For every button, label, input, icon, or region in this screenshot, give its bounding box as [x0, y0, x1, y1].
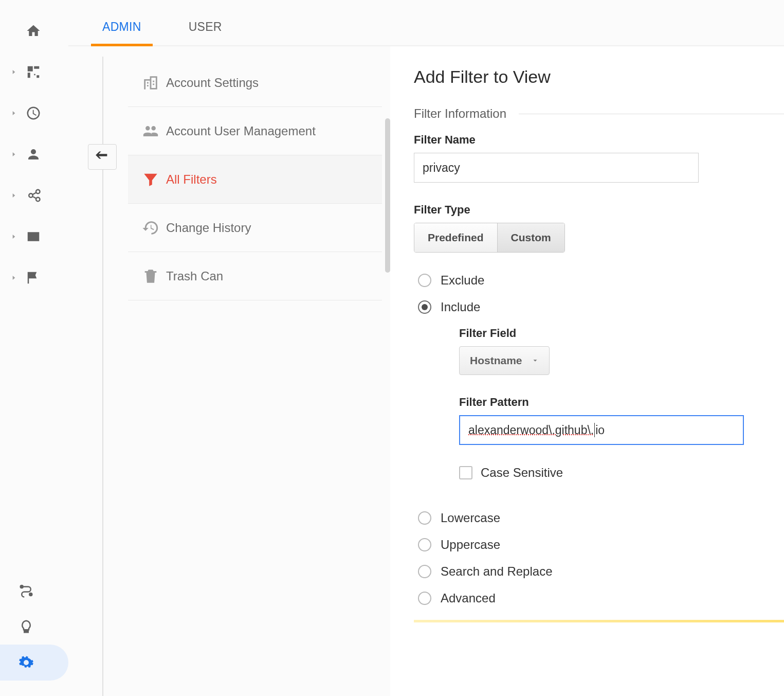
- nav-change-history[interactable]: Change History: [128, 204, 382, 252]
- back-arrow-icon: [95, 151, 110, 163]
- discover-nav-item[interactable]: [0, 609, 68, 645]
- filter-type-segmented: Predefined Custom: [414, 223, 565, 253]
- customization-nav-item[interactable]: [0, 51, 68, 93]
- caret-right-icon: [10, 151, 17, 158]
- radio-label: Exclude: [441, 273, 484, 288]
- building-icon: [142, 74, 159, 92]
- filter-pattern-suffix: io: [595, 423, 605, 437]
- admin-nav-column: Account Settings Account User Management…: [128, 46, 390, 696]
- radio-icon: [418, 511, 431, 525]
- back-button[interactable]: [88, 144, 117, 170]
- acquisition-nav-item[interactable]: [0, 175, 68, 216]
- section-filter-information: Filter Information: [414, 106, 784, 121]
- clock-icon: [26, 105, 41, 121]
- rail-bottom-group: [0, 573, 68, 696]
- tab-bar: ADMIN USER: [68, 0, 784, 46]
- filter-field-dropdown[interactable]: Hostname: [459, 346, 550, 375]
- realtime-nav-item[interactable]: [0, 93, 68, 134]
- nav-label: Trash Can: [166, 269, 223, 283]
- radio-label: Include: [441, 300, 480, 314]
- filter-pattern-value: alexanderwood\.github\.: [468, 423, 594, 437]
- tab-user[interactable]: USER: [180, 6, 230, 45]
- radio-label: Uppercase: [441, 538, 500, 552]
- section-label: Filter Information: [414, 106, 506, 121]
- share-icon: [26, 188, 41, 203]
- history-icon: [142, 219, 159, 237]
- lightbulb-icon: [19, 619, 34, 634]
- checkbox-icon: [459, 466, 472, 479]
- text-cursor: [594, 423, 595, 437]
- timeline-gutter: [68, 46, 128, 696]
- dashboard-icon: [26, 64, 41, 80]
- nav-label: Account Settings: [166, 76, 259, 90]
- caret-right-icon: [10, 110, 17, 117]
- radio-label: Advanced: [441, 591, 496, 605]
- funnel-icon: [142, 171, 159, 188]
- tab-admin[interactable]: ADMIN: [94, 6, 150, 45]
- svg-point-0: [20, 585, 24, 589]
- behavior-nav-item[interactable]: [0, 216, 68, 257]
- gear-icon: [19, 655, 34, 670]
- radio-search-replace[interactable]: Search and Replace: [418, 564, 784, 579]
- case-sensitive-checkbox[interactable]: Case Sensitive: [459, 466, 784, 480]
- radio-exclude[interactable]: Exclude: [418, 273, 784, 288]
- people-icon: [142, 122, 159, 140]
- caret-right-icon: [10, 68, 17, 76]
- notice-bar: [414, 620, 784, 622]
- nav-trash-can[interactable]: Trash Can: [128, 252, 382, 300]
- person-icon: [26, 147, 41, 162]
- radio-include[interactable]: Include: [418, 300, 784, 314]
- flag-icon: [26, 270, 41, 285]
- radio-icon: [418, 592, 431, 605]
- filter-name-input[interactable]: [414, 153, 699, 183]
- home-nav-item[interactable]: [0, 10, 68, 51]
- nav-label: Account User Management: [166, 124, 316, 138]
- page-icon: [26, 229, 41, 244]
- radio-lowercase[interactable]: Lowercase: [418, 511, 784, 525]
- radio-icon: [418, 274, 431, 287]
- radio-uppercase[interactable]: Uppercase: [418, 538, 784, 552]
- filter-name-label: Filter Name: [414, 133, 784, 147]
- caret-right-icon: [10, 274, 17, 281]
- trash-icon: [142, 267, 159, 285]
- nav-user-management[interactable]: Account User Management: [128, 107, 382, 155]
- svg-point-1: [29, 593, 33, 597]
- radio-icon: [418, 538, 431, 551]
- caret-right-icon: [10, 233, 17, 240]
- conversions-nav-item[interactable]: [0, 257, 68, 298]
- audience-nav-item[interactable]: [0, 134, 68, 175]
- path-icon: [19, 583, 34, 598]
- nav-account-settings[interactable]: Account Settings: [128, 59, 382, 107]
- page-title: Add Filter to View: [414, 67, 784, 87]
- radio-icon: [418, 300, 431, 314]
- chevron-down-icon: [532, 357, 539, 364]
- filter-pattern-label: Filter Pattern: [459, 396, 784, 409]
- radio-advanced[interactable]: Advanced: [418, 591, 784, 605]
- nav-scrollbar[interactable]: [385, 118, 390, 273]
- segmented-arrow-icon: [523, 252, 536, 253]
- main-panel: ADMIN USER Account Settings Account User…: [68, 0, 784, 696]
- nav-label: Change History: [166, 221, 251, 235]
- filter-form: Add Filter to View Filter Information Fi…: [390, 46, 784, 696]
- home-icon: [26, 23, 41, 39]
- admin-nav-item[interactable]: [0, 645, 68, 681]
- checkbox-label: Case Sensitive: [481, 466, 563, 480]
- nav-all-filters[interactable]: All Filters: [128, 155, 382, 204]
- section-rule: [519, 114, 784, 114]
- dropdown-value: Hostname: [470, 354, 522, 367]
- radio-icon: [418, 565, 431, 578]
- radio-label: Lowercase: [441, 511, 500, 525]
- radio-label: Search and Replace: [441, 564, 552, 579]
- filter-pattern-input[interactable]: alexanderwood\.github\.io: [459, 415, 744, 445]
- left-nav-rail: [0, 0, 68, 696]
- caret-right-icon: [10, 192, 17, 199]
- nav-label: All Filters: [166, 172, 217, 187]
- attribution-nav-item[interactable]: [0, 573, 68, 609]
- filter-type-label: Filter Type: [414, 203, 784, 217]
- filter-type-custom[interactable]: Custom: [497, 223, 564, 252]
- filter-type-predefined[interactable]: Predefined: [414, 223, 497, 252]
- filter-field-label: Filter Field: [459, 327, 784, 340]
